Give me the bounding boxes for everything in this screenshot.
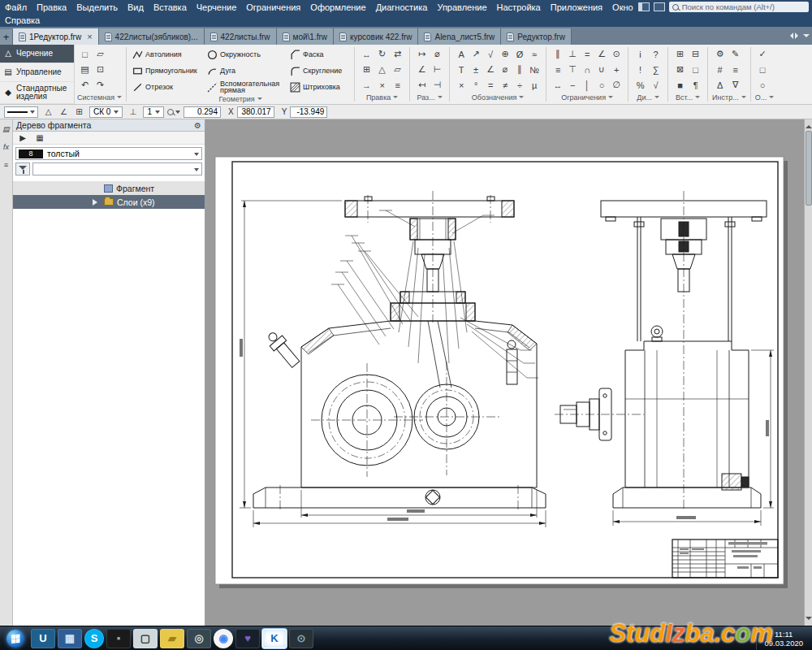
- tab-list-icon[interactable]: [803, 34, 810, 41]
- open-document-icon[interactable]: ▱: [93, 46, 108, 62]
- menu-item[interactable]: Файл: [0, 0, 32, 14]
- deform-icon[interactable]: ▱: [390, 62, 405, 77]
- intersect-icon[interactable]: ∩: [580, 62, 594, 77]
- command-search-input[interactable]: Поиск по командам (Alt+/): [669, 2, 809, 12]
- angular-dimension-icon[interactable]: ∠: [414, 62, 430, 77]
- coincident-icon[interactable]: ≡: [551, 62, 565, 77]
- zoom-control[interactable]: [167, 107, 180, 116]
- menu-item-help[interactable]: Справка: [0, 15, 45, 25]
- skype-icon[interactable]: S: [84, 629, 104, 648]
- chrome-icon[interactable]: ◉: [214, 629, 233, 648]
- percent-icon[interactable]: %: [633, 77, 648, 93]
- minus-icon[interactable]: −: [565, 77, 580, 93]
- parallel-icon[interactable]: ∥: [551, 46, 565, 62]
- leader-icon[interactable]: ↗: [469, 46, 483, 62]
- roughness-icon[interactable]: √: [483, 46, 498, 62]
- tree-panel-icon[interactable]: ▤: [1, 124, 11, 134]
- pen-icon[interactable]: ✎: [728, 46, 743, 62]
- linear-dimension-icon[interactable]: ↦: [414, 46, 430, 62]
- menu-item[interactable]: Выделить: [71, 0, 123, 14]
- grid-icon[interactable]: ⊞: [72, 106, 86, 118]
- check-mark-icon[interactable]: ✓: [755, 46, 771, 62]
- tangent-icon[interactable]: ⊙: [609, 46, 624, 62]
- insert-text-icon[interactable]: ¶: [688, 77, 703, 93]
- group-label-edit[interactable]: Правка: [359, 93, 405, 104]
- diameter-dimension-icon[interactable]: ⌀: [430, 46, 445, 62]
- radial-dimension-icon[interactable]: ⊢: [430, 62, 445, 77]
- insert-filled-icon[interactable]: ■: [672, 77, 688, 93]
- nabla-icon[interactable]: ∇: [728, 77, 743, 93]
- start-button[interactable]: [2, 626, 29, 650]
- group-label-constraints[interactable]: Ограничения: [551, 93, 624, 104]
- list-icon[interactable]: ≡: [728, 62, 743, 77]
- snap-settings-icon[interactable]: △: [41, 106, 55, 118]
- gear-icon[interactable]: ⚙: [194, 121, 201, 130]
- tree-item-fragment[interactable]: Фрагмент: [13, 181, 205, 195]
- degree-icon[interactable]: °: [469, 77, 483, 93]
- explorer-folder-icon[interactable]: ▰: [160, 629, 184, 648]
- group-label-designations[interactable]: Обозначения: [454, 93, 542, 104]
- position-number-icon[interactable]: №: [527, 62, 542, 77]
- tab-document[interactable]: 1Редуктор.frw ×: [13, 28, 99, 45]
- print-icon[interactable]: ▤: [77, 62, 93, 77]
- diameter-mark-icon[interactable]: Ø: [512, 46, 527, 62]
- scroll-up-icon[interactable]: [806, 122, 812, 128]
- warning-icon[interactable]: !: [633, 62, 648, 77]
- settings-app-icon[interactable]: ◎: [187, 629, 211, 648]
- tool-autoline[interactable]: Автолиния: [131, 46, 205, 63]
- datum-icon[interactable]: ⊕: [498, 46, 512, 62]
- image-icon[interactable]: ▦: [34, 132, 45, 143]
- pointer-icon[interactable]: ▶: [17, 132, 28, 143]
- tool-circle[interactable]: Окружность: [205, 46, 288, 63]
- settings-tool-icon[interactable]: ⚙: [712, 46, 728, 62]
- micro-icon[interactable]: µ: [527, 77, 542, 93]
- insert-rect-icon[interactable]: □: [688, 62, 703, 77]
- panel-tab-standard-parts[interactable]: ◆ Стандартные изделия: [0, 82, 74, 104]
- tab-scroll-left-icon[interactable]: [787, 32, 793, 39]
- copy-icon[interactable]: ⊞: [359, 62, 374, 77]
- scrollbar-thumb[interactable]: [806, 131, 812, 206]
- table-icon[interactable]: T: [454, 62, 469, 77]
- menu-item[interactable]: Вставка: [149, 0, 192, 14]
- line-width-combo[interactable]: 8 толстый: [15, 147, 202, 160]
- tool-arc[interactable]: Дуга: [205, 63, 288, 79]
- menu-item[interactable]: Правка: [32, 0, 71, 14]
- app-blue-icon[interactable]: ▦: [58, 629, 82, 648]
- text-icon[interactable]: A: [454, 46, 469, 62]
- extend-icon[interactable]: →: [359, 77, 374, 93]
- heart-app-icon[interactable]: ♥: [235, 629, 260, 648]
- delta-icon[interactable]: Δ: [712, 77, 728, 93]
- symmetric-icon[interactable]: ↔: [551, 77, 565, 93]
- tool-fillet[interactable]: Скругление: [288, 63, 350, 79]
- axis-line-icon[interactable]: ∥: [512, 62, 527, 77]
- query-icon[interactable]: ?: [648, 46, 663, 62]
- equidistant-icon[interactable]: ≡: [390, 77, 405, 93]
- union-icon[interactable]: ∪: [594, 62, 609, 77]
- vertical-scrollbar[interactable]: [804, 119, 812, 626]
- divide-icon[interactable]: ÷: [512, 77, 527, 93]
- filter-input[interactable]: [32, 162, 202, 176]
- free-icon[interactable]: ∅: [609, 77, 624, 93]
- layer-selector[interactable]: 1: [143, 106, 164, 118]
- square-icon[interactable]: □: [755, 62, 771, 77]
- circle-icon[interactable]: ○: [755, 77, 771, 93]
- libre-icon[interactable]: ▢: [133, 629, 158, 648]
- tool-segment[interactable]: Отрезок: [131, 79, 205, 95]
- tab-document[interactable]: Alena_лист5.frw: [418, 28, 501, 45]
- tab-document[interactable]: 422листы(зябликов)...: [99, 28, 205, 45]
- scale-icon[interactable]: △: [374, 62, 390, 77]
- expand-icon[interactable]: [93, 199, 101, 206]
- vertical-icon[interactable]: │: [580, 77, 594, 93]
- ribbon-toggle-icon[interactable]: [654, 2, 665, 11]
- tool-chamfer[interactable]: Фаска: [288, 46, 350, 63]
- ortho-icon[interactable]: ⊥: [126, 106, 140, 118]
- insert-view-icon[interactable]: ⊟: [688, 46, 703, 62]
- move-icon[interactable]: ↔: [359, 46, 374, 62]
- mirror-icon[interactable]: ⇄: [390, 46, 405, 62]
- panel-tab-management[interactable]: ▤ Управление: [0, 63, 74, 82]
- menu-item[interactable]: Приложения: [546, 0, 607, 14]
- zoom-value-field[interactable]: 0.294: [184, 106, 221, 118]
- tool-rectangle[interactable]: Прямоугольник: [131, 63, 205, 79]
- panel-tab-drawing[interactable]: △ Черчение: [0, 45, 74, 63]
- tab-scroll-right-icon[interactable]: [795, 32, 801, 39]
